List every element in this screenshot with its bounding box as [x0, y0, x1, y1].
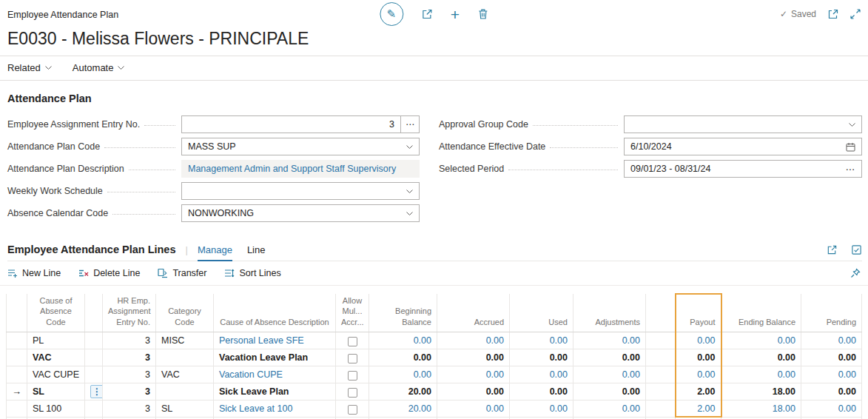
tab-manage[interactable]: Manage	[198, 244, 232, 255]
section-title-attendance-plan[interactable]: Attendance Plan	[7, 93, 868, 104]
add-button[interactable]: +	[451, 7, 460, 22]
ending-balance-cell[interactable]: 0.00	[721, 332, 801, 349]
accrued-cell[interactable]: 0.00	[437, 400, 510, 417]
category-code-cell[interactable]: VAC	[156, 366, 214, 383]
sort-lines-button[interactable]: Sort Lines	[224, 268, 280, 278]
pending-cell[interactable]: 0.00	[801, 332, 862, 349]
col-adjustments[interactable]: Adjustments	[573, 294, 646, 332]
category-code-cell[interactable]	[156, 383, 214, 400]
absence-calendar-code-select[interactable]: NONWORKING	[181, 204, 420, 222]
adjustments-cell[interactable]: 0.00	[573, 332, 646, 349]
open-in-new-window-button[interactable]	[828, 9, 838, 19]
weekly-work-schedule-select[interactable]	[181, 182, 420, 200]
ending-balance-cell[interactable]: 18.00	[721, 383, 801, 400]
menu-automate[interactable]: Automate	[73, 62, 125, 73]
employee-assignment-entry-no-input[interactable]: 3	[181, 115, 401, 133]
tab-line[interactable]: Line	[247, 244, 266, 255]
col-pending[interactable]: Pending	[801, 294, 862, 332]
pending-cell[interactable]: 0.00	[801, 383, 862, 400]
description-cell[interactable]: Personal Leave SFE	[214, 332, 336, 349]
description-cell[interactable]: Vacation Leave Plan	[214, 349, 336, 366]
used-cell[interactable]: 0.00	[510, 332, 573, 349]
entry-no-cell[interactable]: 3	[103, 400, 156, 417]
col-category-code[interactable]: Category Code	[156, 294, 214, 332]
category-code-cell[interactable]	[156, 349, 214, 366]
beginning-balance-cell[interactable]: 0.00	[369, 366, 437, 383]
payout-cell[interactable]: 2.00	[676, 383, 721, 400]
description-cell[interactable]: Vacation CUPE	[214, 366, 336, 383]
allow-multiple-checkbox[interactable]	[348, 354, 357, 363]
approval-group-code-select[interactable]	[624, 115, 862, 133]
table-row[interactable]: PL 3 MISC Personal Leave SFE 0.00 0.00 0…	[7, 332, 862, 349]
attendance-plan-description-link[interactable]: Management Admin and Support Staff Super…	[181, 160, 420, 178]
table-row-selected[interactable]: → SL ⋮ 3 Sick Leave Plan 20.00 0.00 0.00…	[7, 383, 862, 400]
payout-cell[interactable]: 0.00	[676, 349, 721, 366]
cause-code-cell[interactable]: VAC	[27, 349, 85, 366]
entry-no-cell[interactable]: 3	[103, 383, 156, 400]
ending-balance-cell[interactable]: 0.00	[721, 366, 801, 383]
col-cause-of-absence-description[interactable]: Cause of Absence Description	[214, 294, 336, 332]
delete-line-button[interactable]: Delete Line	[78, 268, 140, 278]
focus-mode-button[interactable]	[850, 9, 861, 19]
table-row[interactable]: VAC CUPE 3 VAC Vacation CUPE 0.00 0.00 0…	[7, 366, 862, 383]
adjustments-cell[interactable]: 0.00	[573, 349, 646, 366]
cause-code-cell[interactable]: SL 100	[27, 400, 85, 417]
col-hr-emp-assignment-entry-no[interactable]: HR Emp. Assignment Entry No.	[103, 294, 156, 332]
attendance-effective-date-input[interactable]: 6/10/2024	[624, 138, 862, 155]
entry-no-cell[interactable]: 3	[103, 332, 156, 349]
col-beginning-balance[interactable]: Beginning Balance	[369, 294, 437, 332]
used-cell[interactable]: 0.00	[510, 383, 573, 400]
payout-cell[interactable]: 0.00	[676, 366, 721, 383]
lines-section-title[interactable]: Employee Attendance Plan Lines	[7, 244, 176, 255]
accrued-cell[interactable]: 0.00	[437, 383, 510, 400]
col-payout[interactable]: Payout	[676, 294, 721, 332]
beginning-balance-cell[interactable]: 0.00	[369, 332, 437, 349]
accrued-cell[interactable]: 0.00	[437, 349, 510, 366]
assist-edit-button[interactable]: ⋯	[400, 115, 420, 133]
pin-button[interactable]	[850, 268, 861, 278]
description-cell[interactable]: Sick Leave Plan	[214, 383, 336, 400]
col-cause-of-absence-code[interactable]: Cause of Absence Code	[27, 294, 85, 332]
payout-cell[interactable]: 2.00	[676, 400, 721, 417]
cause-code-cell[interactable]: SL	[27, 383, 85, 400]
table-row[interactable]: SL 100 3 SL Sick Leave at 100 20.00 0.00…	[7, 400, 862, 417]
transfer-button[interactable]: Transfer	[158, 268, 206, 278]
delete-button[interactable]	[477, 8, 488, 20]
edit-list-button[interactable]	[851, 244, 862, 255]
allow-multiple-checkbox[interactable]	[348, 371, 357, 381]
attendance-plan-code-select[interactable]: MASS SUP	[181, 138, 420, 155]
cause-code-cell[interactable]: VAC CUPE	[27, 366, 85, 383]
allow-multiple-checkbox[interactable]	[348, 388, 357, 398]
table-row[interactable]: VAC 3 Vacation Leave Plan 0.00 0.00 0.00…	[7, 349, 862, 366]
accrued-cell[interactable]: 0.00	[437, 332, 510, 349]
used-cell[interactable]: 0.00	[510, 366, 573, 383]
adjustments-cell[interactable]: 0.00	[573, 383, 646, 400]
entry-no-cell[interactable]: 3	[103, 349, 156, 366]
new-line-button[interactable]: New Line	[7, 268, 61, 278]
entry-no-cell[interactable]: 3	[103, 366, 156, 383]
pending-cell[interactable]: 0.00	[801, 366, 862, 383]
breadcrumb[interactable]: Employee Attendance Plan	[7, 10, 118, 20]
beginning-balance-cell[interactable]: 20.00	[369, 400, 437, 417]
edit-button[interactable]: ✎	[380, 2, 403, 26]
pending-cell[interactable]: 0.00	[801, 349, 862, 366]
payout-cell[interactable]: 0.00	[676, 332, 721, 349]
row-menu-button[interactable]: ⋮	[90, 385, 103, 398]
share-lines-button[interactable]	[827, 244, 838, 255]
cause-code-cell[interactable]: PL	[27, 332, 85, 349]
allow-multiple-checkbox[interactable]	[348, 405, 357, 415]
col-ending-balance[interactable]: Ending Balance	[721, 294, 801, 332]
pending-cell[interactable]: 0.00	[801, 400, 862, 417]
share-button[interactable]	[421, 8, 433, 20]
category-code-cell[interactable]: SL	[156, 400, 214, 417]
beginning-balance-cell[interactable]: 20.00	[369, 383, 437, 400]
ending-balance-cell[interactable]: 18.00	[721, 400, 801, 417]
allow-multiple-checkbox[interactable]	[348, 337, 357, 346]
category-code-cell[interactable]: MISC	[156, 332, 214, 349]
col-allow-multiple-accruals[interactable]: Allow Mul... Accr...	[336, 294, 369, 332]
col-accrued[interactable]: Accrued	[437, 294, 510, 332]
used-cell[interactable]: 0.00	[510, 400, 573, 417]
beginning-balance-cell[interactable]: 0.00	[369, 349, 437, 366]
col-used[interactable]: Used	[510, 294, 573, 332]
ending-balance-cell[interactable]: 0.00	[721, 349, 801, 366]
